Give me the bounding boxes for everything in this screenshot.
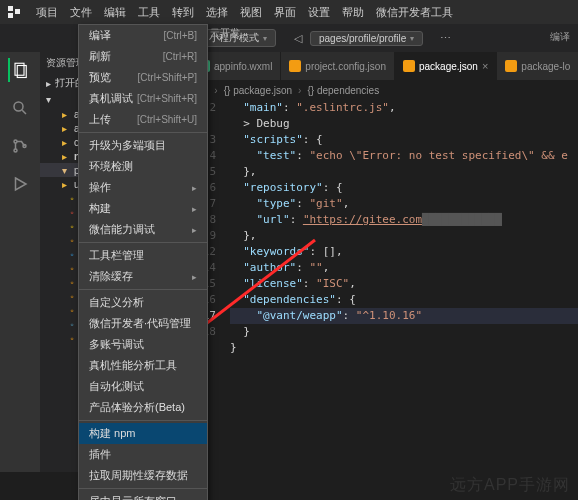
chevron-right-icon: ›: [214, 85, 217, 96]
chevron-down-icon: ▾: [46, 94, 51, 105]
menu-item-label: 拉取周期性缓存数据: [89, 468, 188, 483]
menu-8[interactable]: 设置: [302, 0, 336, 24]
menu-item[interactable]: 拉取周期性缓存数据: [79, 465, 207, 486]
menu-1[interactable]: 文件: [64, 0, 98, 24]
menu-item[interactable]: 微信能力调试▸: [79, 219, 207, 240]
code-line: }: [230, 324, 578, 340]
menu-item-label: 微信能力调试: [89, 222, 155, 237]
menu-shortcut: [Ctrl+Shift+P]: [138, 72, 197, 83]
menu-10[interactable]: 微信开发者工具: [370, 0, 459, 24]
file-icon: ◦: [66, 220, 78, 232]
menu-item[interactable]: 多账号调试: [79, 334, 207, 355]
menu-item-label: 预览: [89, 70, 111, 85]
menu-shortcut: [Ctrl+B]: [163, 30, 197, 41]
menu-4[interactable]: 转到: [166, 0, 200, 24]
crumb-part: {} package.json: [224, 85, 292, 96]
menu-item[interactable]: 居中显示所有窗口: [79, 491, 207, 500]
menu-separator: [79, 289, 207, 290]
menu-item[interactable]: 升级为多端项目: [79, 135, 207, 156]
menu-item[interactable]: 预览[Ctrl+Shift+P]: [79, 67, 207, 88]
tab-label: appinfo.wxml: [214, 61, 272, 72]
chevron-right-icon: ▸: [192, 272, 197, 282]
menu-item-label: 升级为多端项目: [89, 138, 166, 153]
menu-item[interactable]: 操作▸: [79, 177, 207, 198]
menu-5[interactable]: 选择: [200, 0, 234, 24]
file-icon: ◦: [66, 332, 78, 344]
tab-label: package-lo: [521, 61, 570, 72]
menu-item[interactable]: 微信开发者·代码管理: [79, 313, 207, 334]
editor-tab[interactable]: package.json×: [395, 52, 497, 80]
menu-7[interactable]: 界面: [268, 0, 302, 24]
crumb-part: {} dependencies: [307, 85, 379, 96]
code-line: "test": "echo \"Error: no test specified…: [230, 148, 578, 164]
svg-point-8: [14, 149, 17, 152]
menu-item[interactable]: 工具栏管理: [79, 245, 207, 266]
menu-item[interactable]: 产品体验分析(Beta): [79, 397, 207, 418]
file-icon: ◦: [66, 234, 78, 246]
folder-icon: ▸: [58, 108, 70, 120]
menu-item[interactable]: 自定义分析: [79, 292, 207, 313]
debug-icon[interactable]: [8, 172, 32, 196]
editor-tab[interactable]: project.config.json: [281, 52, 395, 80]
menu-2[interactable]: 编辑: [98, 0, 132, 24]
menu-item[interactable]: 插件: [79, 444, 207, 465]
file-icon: ◦: [66, 262, 78, 274]
code-line: "dependencies": {: [230, 292, 578, 308]
folder-icon: ▾: [58, 164, 70, 176]
file-icon: ◦: [66, 304, 78, 316]
breadcrumb[interactable]: ... › {} package.json › {} dependencies: [190, 80, 578, 100]
menu-item[interactable]: 上传[Ctrl+Shift+U]: [79, 109, 207, 130]
menu-item[interactable]: 刷新[Ctrl+R]: [79, 46, 207, 67]
menu-separator: [79, 488, 207, 489]
menu-6[interactable]: 视图: [234, 0, 268, 24]
search-icon[interactable]: [8, 96, 32, 120]
svg-rect-0: [8, 6, 13, 11]
cloud-dev-label[interactable]: 云开发: [210, 26, 240, 40]
menu-item-label: 产品体验分析(Beta): [89, 400, 185, 415]
editor-tab[interactable]: package-lo: [497, 52, 578, 80]
menu-item-label: 自动化测试: [89, 379, 144, 394]
menu-item[interactable]: 编译[Ctrl+B]: [79, 25, 207, 46]
chevron-down-icon: ▾: [263, 34, 267, 43]
prev-icon[interactable]: ◁: [288, 28, 308, 48]
svg-rect-2: [8, 13, 13, 18]
menu-shortcut: [Ctrl+Shift+R]: [137, 93, 197, 104]
menu-item-label: 操作: [89, 180, 111, 195]
menu-item[interactable]: 清除缓存▸: [79, 266, 207, 287]
chevron-right-icon: ▸: [46, 78, 51, 89]
menu-separator: [79, 132, 207, 133]
menu-item[interactable]: 构建 npm: [79, 423, 207, 444]
menu-item[interactable]: 自动化测试: [79, 376, 207, 397]
compile-label[interactable]: 编译: [550, 30, 570, 44]
menu-item[interactable]: 环境检测: [79, 156, 207, 177]
menu-item-label: 居中显示所有窗口: [89, 494, 177, 500]
menu-separator: [79, 420, 207, 421]
watermark-text: 远方APP手游网: [450, 475, 570, 496]
menu-item[interactable]: 真机调试[Ctrl+Shift+R]: [79, 88, 207, 109]
menu-item-label: 真机性能分析工具: [89, 358, 177, 373]
file-icon: ◦: [66, 276, 78, 288]
code-editor[interactable]: 2⌄345⌄6789121415⌄161718 "main": ".eslint…: [190, 100, 578, 472]
file-icon: [505, 60, 517, 72]
code-line: > Debug: [230, 116, 578, 132]
chevron-down-icon: ▾: [410, 34, 414, 43]
explorer-icon[interactable]: [8, 58, 32, 82]
file-icon: [289, 60, 301, 72]
source-control-icon[interactable]: [8, 134, 32, 158]
more-icon[interactable]: ⋯: [435, 28, 455, 48]
code-line: }: [230, 340, 578, 356]
code-line: },: [230, 228, 578, 244]
menu-item[interactable]: 真机性能分析工具: [79, 355, 207, 376]
activity-bar: [0, 52, 40, 472]
menu-9[interactable]: 帮助: [336, 0, 370, 24]
menu-3[interactable]: 工具: [132, 0, 166, 24]
folder-icon: ▸: [58, 136, 70, 148]
close-icon[interactable]: ×: [482, 60, 488, 72]
menu-item[interactable]: 构建▸: [79, 198, 207, 219]
path-selector[interactable]: pages/profile/profile ▾: [310, 31, 423, 46]
menu-0[interactable]: 项目: [30, 0, 64, 24]
svg-rect-12: [289, 60, 301, 72]
file-icon: ◦: [66, 206, 78, 218]
folder-icon: ▸: [58, 178, 70, 190]
menu-item-label: 工具栏管理: [89, 248, 144, 263]
